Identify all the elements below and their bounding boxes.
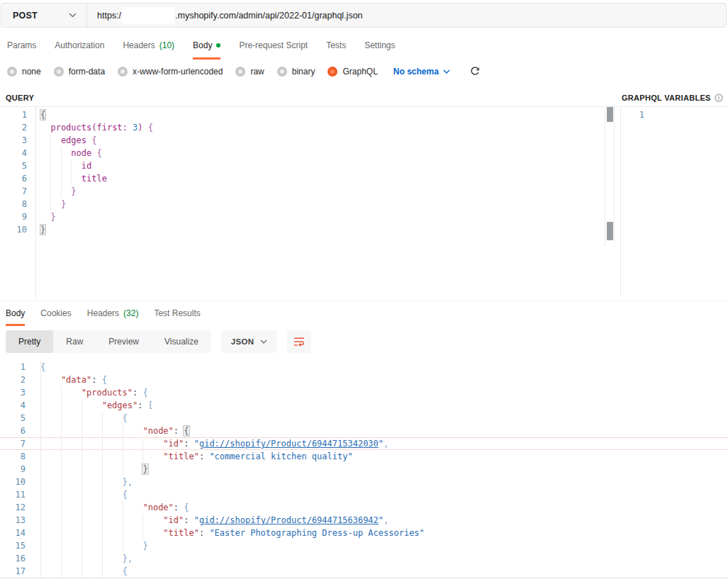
tab-tests[interactable]: Tests [326, 40, 346, 60]
method-selector[interactable]: POST [1, 4, 86, 27]
code-line: 1{ [0, 108, 604, 121]
indent-guide [82, 425, 102, 437]
view-mode-segmented-control: Pretty Raw Preview Visualize [6, 330, 211, 353]
scrollbar-thumb[interactable] [607, 107, 613, 122]
radio-icon [118, 67, 128, 77]
tab-params[interactable]: Params [7, 40, 36, 60]
code-token: "title" [163, 451, 199, 461]
line-number: 10 [0, 223, 27, 236]
method-label: POST [13, 11, 38, 21]
code-line: 4node { [0, 147, 604, 159]
code-token: } [50, 212, 55, 222]
indent-guide [61, 412, 82, 425]
variables-editor[interactable]: 1 [622, 108, 644, 121]
bodytype-graphql[interactable]: GraphQL [327, 67, 377, 77]
bodytype-binary[interactable]: binary [277, 67, 315, 77]
bodytype-form-data[interactable]: form-data [54, 67, 105, 77]
line-number: 3 [0, 134, 27, 147]
graphql-query-editor[interactable]: 1{2products(first: 3) {3edges {4node {5i… [0, 108, 604, 298]
line-number: 16 [0, 552, 26, 565]
code-token: } [142, 464, 147, 474]
code-line: 10} [0, 223, 604, 236]
line-number: 4 [0, 399, 26, 412]
refresh-schema-button[interactable] [470, 66, 480, 77]
code-line: 8} [0, 198, 604, 210]
indent-guide [40, 172, 50, 185]
schema-selector[interactable]: No schema [393, 67, 450, 77]
body-modified-dot-icon [216, 43, 220, 47]
code-token: { [123, 566, 128, 576]
scrollbar-thumb[interactable] [607, 222, 613, 240]
indent-guide [123, 539, 143, 552]
view-raw-button[interactable]: Raw [53, 330, 96, 353]
bodytype-raw[interactable]: raw [235, 67, 264, 77]
tab-test-results[interactable]: Test Results [154, 308, 200, 326]
tab-pre-request-script[interactable]: Pre-request Script [239, 40, 308, 60]
view-pretty-button[interactable]: Pretty [6, 330, 53, 353]
code-line: 11{ [0, 488, 728, 501]
indent-guide [123, 514, 143, 527]
indent-guide [61, 488, 82, 501]
view-preview-button[interactable]: Preview [96, 330, 152, 353]
response-link[interactable]: gid://shopify/Product/6944715636942 [199, 515, 379, 525]
code-line: 6"node": { [0, 425, 728, 437]
line-number: 17 [0, 565, 26, 578]
line-number: 3 [0, 386, 26, 399]
tab-body[interactable]: Body [193, 40, 220, 60]
code-token: } [142, 541, 147, 551]
tab-response-body[interactable]: Body [6, 308, 25, 326]
url-suffix: .myshopify.com/admin/api/2022-01/graphql… [175, 11, 363, 21]
tab-authorization[interactable]: Authorization [55, 40, 104, 60]
bodytype-none[interactable]: none [7, 67, 41, 77]
indent-guide [61, 399, 82, 412]
indent-guide [82, 412, 102, 425]
indent-guide [61, 552, 82, 565]
code-line: 15} [0, 539, 728, 552]
tab-headers[interactable]: Headers (10) [123, 40, 174, 60]
indent-guide [40, 527, 61, 539]
response-link[interactable]: gid://shopify/Product/6944715342030 [199, 439, 379, 449]
code-line: 2"data": { [0, 374, 728, 386]
refresh-icon [470, 66, 480, 77]
radio-icon [235, 67, 245, 77]
indent-guide [123, 425, 143, 437]
indent-guide [82, 463, 102, 476]
indent-guide [82, 437, 102, 450]
view-visualize-button[interactable]: Visualize [152, 330, 211, 353]
headers-count-badge: (10) [159, 40, 174, 50]
tab-settings[interactable]: Settings [364, 40, 395, 60]
indent-guide [123, 437, 143, 450]
response-body-editor[interactable]: 1{2"data": {3"products": {4"edges": [5{6… [0, 361, 728, 578]
response-gutter-border [40, 361, 41, 578]
code-token: }, [123, 554, 133, 563]
code-token: { [148, 123, 153, 133]
request-response-splitter[interactable] [0, 301, 728, 301]
code-token: : [138, 400, 147, 410]
code-token: : [184, 439, 194, 449]
indent-guide [123, 527, 143, 539]
info-icon [715, 94, 723, 102]
code-token: { [123, 490, 128, 500]
indent-guide [40, 565, 61, 578]
code-token: { [102, 375, 107, 385]
url-input[interactable]: https:/ .myshopify.com/admin/api/2022-01… [87, 4, 726, 27]
tab-response-headers[interactable]: Headers (32) [87, 308, 139, 326]
indent-guide [82, 552, 102, 565]
indent-guide [50, 147, 60, 159]
code-token: { [40, 362, 45, 372]
response-format-dropdown[interactable]: JSON [221, 330, 278, 353]
indent-guide [40, 463, 61, 476]
radio-selected-icon [327, 67, 337, 77]
indent-guide [40, 501, 61, 514]
tab-response-cookies[interactable]: Cookies [40, 308, 71, 326]
indent-guide [102, 488, 123, 501]
query-variables-divider[interactable] [620, 107, 621, 298]
bodytype-x-www-form-urlencoded[interactable]: x-www-form-urlencoded [118, 67, 223, 77]
code-token: : [133, 388, 142, 398]
indent-guide [102, 501, 123, 514]
indent-guide [102, 463, 123, 476]
code-token: { [96, 148, 101, 158]
wrap-lines-button[interactable] [287, 330, 311, 353]
indent-guide [102, 425, 123, 437]
code-line: 9} [0, 210, 604, 223]
